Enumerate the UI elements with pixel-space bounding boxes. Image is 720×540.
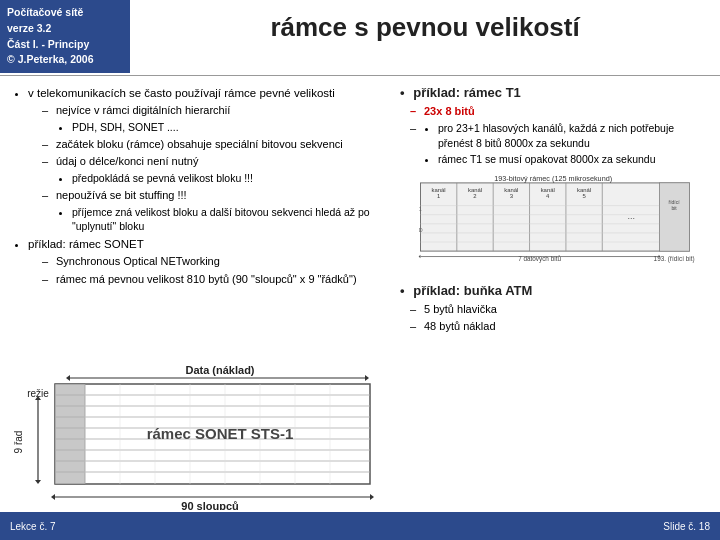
svg-marker-38 [66, 375, 70, 381]
svg-text:kanál: kanál [577, 187, 591, 193]
svg-marker-39 [365, 375, 369, 381]
dash-item-1-3: údaj o délce/konci není nutný předpoklád… [42, 154, 380, 186]
svg-text:1: 1 [437, 193, 440, 199]
t1-section: • příklad: rámec T1 23x 8 bitů pro 23+1 … [400, 85, 710, 275]
t1-dash-2: pro 23+1 hlasových kanálů, každá z nich … [410, 121, 710, 166]
bullet-item-2: příklad: rámec SONET Synchronous Optical… [28, 236, 380, 287]
t1-sub-2: rámec T1 se musí opakovat 8000x za sekun… [438, 152, 710, 166]
svg-text:kanál: kanál [432, 187, 446, 193]
dash-item-1-1: nejvíce v rámci digitálních hierarchií P… [42, 103, 380, 135]
svg-marker-33 [419, 255, 421, 259]
sonet-frame-container: Data (náklad) režie 9 řad [10, 362, 380, 510]
svg-text:...: ... [628, 211, 636, 221]
atm-dash-2: 48 bytů náklad [410, 319, 710, 334]
svg-text:Data (náklad): Data (náklad) [185, 364, 254, 376]
dash-item-2-1: Synchronous Optical NETworking [42, 254, 380, 269]
page-title: rámce s pevnou velikostí [140, 12, 710, 43]
sub-item-1-3-1: předpokládá se pevná velikost bloku !!! [72, 171, 380, 185]
svg-text:9 řad: 9 řad [13, 431, 24, 454]
right-column: • příklad: rámec T1 23x 8 bitů pro 23+1 … [390, 80, 720, 510]
t1-diagram: 193-bitový rámec (125 mikrosekund) ... k… [400, 172, 710, 272]
svg-text:193. (řídící bit): 193. (řídící bit) [654, 255, 695, 263]
sub-item-1-1-1: PDH, SDH, SONET .... [72, 120, 380, 134]
svg-marker-43 [35, 480, 41, 484]
svg-text:2: 2 [473, 193, 476, 199]
sub-bullet-2: předpokládá se pevná velikost bloku !!! [56, 171, 380, 185]
sonet-diagram-svg: Data (náklad) režie 9 řad [10, 362, 380, 510]
sub-bullet-3: příjemce zná velikost bloku a další bito… [56, 205, 380, 233]
svg-text:1: 1 [419, 206, 422, 212]
t1-dash-list: 23x 8 bitů pro 23+1 hlasových kanálů, ka… [400, 104, 710, 166]
svg-rect-0 [420, 183, 689, 251]
atm-dash-list: 5 bytů hlavička 48 bytů náklad [400, 302, 710, 335]
slide-label: Slide č. 18 [663, 521, 710, 532]
svg-text:rámec SONET STS-1: rámec SONET STS-1 [147, 425, 294, 442]
svg-text:kanál: kanál [468, 187, 482, 193]
info-line1: Počítačové sítě [7, 5, 123, 21]
dash-item-1-4: nepoužívá se bit stuffing !!! příjemce z… [42, 188, 380, 234]
svg-text:řídící: řídící [669, 199, 681, 205]
dash-list-2: Synchronous Optical NETworking rámec má … [28, 254, 380, 287]
svg-rect-28 [660, 183, 690, 251]
info-box: Počítačové sítě verze 3.2 Část I. - Prin… [0, 0, 130, 73]
info-line4: © J.Peterka, 2006 [7, 52, 123, 68]
info-line2: verze 3.2 [7, 21, 123, 37]
svg-text:kanál: kanál [504, 187, 518, 193]
info-line3: Část I. - Principy [7, 37, 123, 53]
dash-list-1: nejvíce v rámci digitálních hierarchií P… [28, 103, 380, 233]
svg-text:90 sloupců: 90 sloupců [181, 500, 238, 510]
bottom-bar: Lekce č. 7 Slide č. 18 [0, 512, 720, 540]
svg-rect-46 [55, 384, 85, 484]
sub-bullet-1: PDH, SDH, SONET .... [56, 120, 380, 134]
atm-section: • příklad: buňka ATM 5 bytů hlavička 48 … [400, 283, 710, 335]
t1-dash-1: 23x 8 bitů [410, 104, 710, 119]
atm-dash-1: 5 bytů hlavička [410, 302, 710, 317]
svg-text:D: D [419, 227, 423, 233]
svg-text:193-bitový rámec  (125 mikrose: 193-bitový rámec (125 mikrosekund) [494, 174, 612, 183]
lecture-label: Lekce č. 7 [10, 521, 56, 532]
svg-text:bit: bit [671, 205, 677, 211]
bullet-item-1: v telekomunikacích se často používají rá… [28, 85, 380, 233]
svg-marker-66 [370, 494, 374, 500]
bullet-list-1: v telekomunikacích se často používají rá… [10, 85, 380, 287]
svg-marker-65 [51, 494, 55, 500]
sub-item-1-4-1: příjemce zná velikost bloku a další bito… [72, 205, 380, 233]
dash-item-1-2: začátek bloku (rámce) obsahuje speciální… [42, 137, 380, 152]
svg-text:kanál: kanál [541, 187, 555, 193]
t1-heading: • příklad: rámec T1 [400, 85, 710, 100]
atm-heading: • příklad: buňka ATM [400, 283, 710, 298]
title-divider [0, 75, 720, 76]
dash-item-2-2: rámec má pevnou velikost 810 bytů (90 "s… [42, 272, 380, 287]
t1-sub-1: pro 23+1 hlasových kanálů, každá z nich … [438, 121, 710, 149]
